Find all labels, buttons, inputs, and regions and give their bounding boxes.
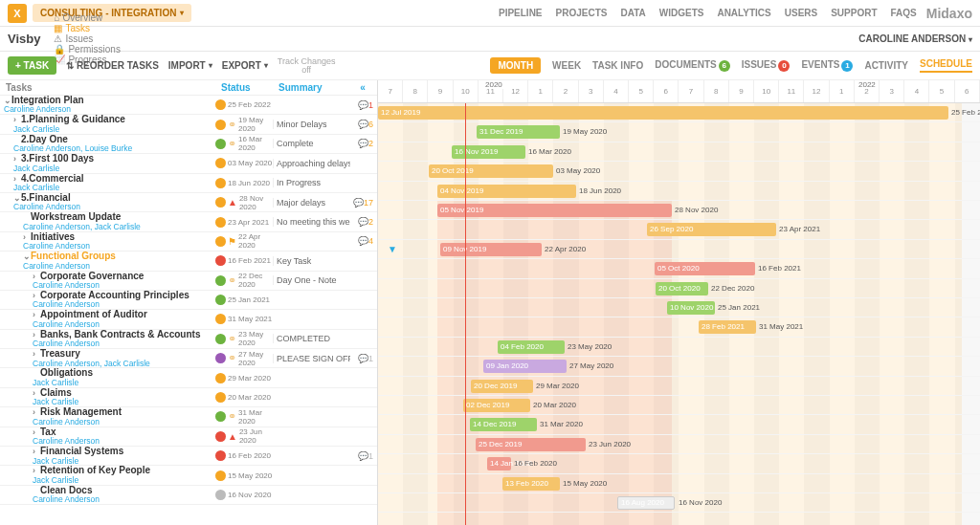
task-row[interactable]: ›1.Planning & GuidanceJack Carlisle⚭19 M… <box>0 115 377 134</box>
task-owner: Caroline Anderson <box>33 418 215 427</box>
gantt-bar[interactable]: 04 Nov 201918 Jun 2020 <box>437 185 576 198</box>
nav-support[interactable]: SUPPORT <box>831 8 877 18</box>
nav-projects[interactable]: PROJECTS <box>556 8 608 18</box>
comment-icon[interactable]: 💬1 <box>358 100 373 110</box>
bar-end-date: 03 May 2020 <box>556 164 600 178</box>
task-row[interactable]: ›4.CommercialJack Carlisle18 Jun 2020In … <box>0 174 377 193</box>
task-row[interactable]: Clean DocsCaroline Anderson16 Nov 2020 <box>0 486 377 505</box>
task-row[interactable]: ›Financial SystemsJack Carlisle16 Feb 20… <box>0 447 377 466</box>
gantt-bar[interactable]: 20 Oct 202022 Dec 2020 <box>656 282 708 295</box>
export-button[interactable]: EXPORT ▾ <box>222 60 268 71</box>
view-month-button[interactable]: MONTH <box>490 57 541 74</box>
comment-icon[interactable]: 💬1 <box>358 354 373 363</box>
column-summary[interactable]: Summary <box>278 82 354 93</box>
comment-icon[interactable]: 💬2 <box>358 217 373 227</box>
task-row[interactable]: ⌄Integration PlanCaroline Anderson25 Feb… <box>0 96 377 115</box>
add-task-button[interactable]: + TASK <box>8 56 56 75</box>
gantt-bar[interactable]: 05 Nov 201928 Nov 2020 <box>437 204 672 217</box>
gantt-bar[interactable]: 28 Feb 202131 May 2021 <box>699 320 756 334</box>
task-row[interactable]: 2.Day OneCaroline Anderson, Louise Burke… <box>0 135 377 154</box>
nav-data[interactable]: DATA <box>620 8 645 18</box>
column-status[interactable]: Status <box>221 82 278 93</box>
gantt-bar[interactable]: 10 Nov 202025 Jan 2021 <box>667 301 715 315</box>
gantt-bar[interactable]: 09 Nov 201922 Apr 2020 <box>440 243 542 256</box>
bar-start-date: 13 Feb 2020 <box>505 477 548 491</box>
task-row[interactable]: ›TaxCaroline Anderson▲23 Jun 2020 <box>0 427 377 447</box>
status-icon <box>215 255 226 266</box>
task-row[interactable]: ›Corporate Accounting PrinciplesCaroline… <box>0 291 377 310</box>
task-row[interactable]: ›TreasuryCaroline Anderson, Jack Carlisl… <box>0 349 377 368</box>
tab-events[interactable]: EVENTS1 <box>801 59 853 72</box>
comment-icon[interactable]: 💬17 <box>353 198 373 208</box>
task-summary: In Progress <box>273 178 350 187</box>
ptab-tasks[interactable]: ▦ Tasks <box>54 23 120 33</box>
gantt-bar[interactable]: 05 Oct 202016 Feb 2021 <box>655 262 755 275</box>
nav-pipeline[interactable]: PIPELINE <box>499 8 543 18</box>
gantt-bar[interactable]: 31 Dec 201919 May 2020 <box>477 125 560 139</box>
ptab-issues[interactable]: ⚠ Issues <box>54 33 120 44</box>
task-row[interactable]: ›Corporate GovernanceCaroline Anderson⚭2… <box>0 272 377 291</box>
task-owner: Caroline Anderson <box>4 105 215 114</box>
tab-activity[interactable]: ACTIVITY <box>864 60 908 71</box>
task-row[interactable]: ObligationsJack Carlisle29 Mar 2020 <box>0 368 377 387</box>
events-badge: 1 <box>841 60 853 72</box>
task-owner: Caroline Anderson <box>33 339 215 348</box>
task-row[interactable]: Workstream UpdateCaroline Anderson, Jack… <box>0 212 377 231</box>
import-button[interactable]: IMPORT ▾ <box>168 60 212 71</box>
gantt-bar[interactable]: 25 Dec 201923 Jun 2020 <box>476 438 586 451</box>
status-icon <box>215 139 226 149</box>
gantt-bar[interactable]: 02 Dec 201920 Mar 2020 <box>463 399 530 412</box>
gantt-row: 09 Jan 202027 May 2020 <box>378 357 980 376</box>
task-summary: No meeting this week - OOO… <box>273 217 350 227</box>
gantt-bar[interactable]: 09 Jan 202027 May 2020 <box>483 360 567 373</box>
track-changes-toggle[interactable]: Track Changesoff <box>278 57 336 75</box>
task-row[interactable]: ›3.First 100 DaysJack Carlisle03 May 202… <box>0 154 377 173</box>
gantt-bar[interactable]: 16 Aug 202016 Nov 2020 <box>617 496 675 510</box>
reorder-tasks-button[interactable]: ⇅ REORDER TASKS <box>66 60 159 71</box>
status-icon <box>215 217 226 228</box>
task-row[interactable]: ›Retention of Key PeopleJack Carlisle15 … <box>0 466 377 485</box>
comment-icon[interactable]: 💬2 <box>358 139 373 148</box>
task-row[interactable]: ⌄5.FinancialCaroline Anderson▲28 Nov 202… <box>0 193 377 212</box>
ptab-overview[interactable]: ⌂ Overview <box>54 12 120 23</box>
task-row[interactable]: ›Appointment of AuditorCaroline Anderson… <box>0 310 377 329</box>
comment-icon[interactable]: 💬4 <box>358 236 373 246</box>
month-col: 7 <box>679 80 703 102</box>
comment-icon[interactable]: 💬6 <box>358 120 373 129</box>
gantt-row: 05 Oct 202016 Feb 2021 <box>378 259 980 278</box>
gantt-bar[interactable]: 04 Feb 202023 May 2020 <box>498 340 565 354</box>
comment-icon[interactable]: 💬1 <box>358 451 373 461</box>
column-tasks[interactable]: Tasks <box>6 82 221 93</box>
collapse-panel-button[interactable]: « <box>354 82 371 93</box>
tab-task-info[interactable]: TASK INFO <box>592 60 643 71</box>
gantt-bar[interactable]: 20 Dec 201929 Mar 2020 <box>471 380 533 393</box>
tab-documents[interactable]: DOCUMENTS6 <box>655 59 729 72</box>
gantt-bar[interactable]: 16 Nov 201916 Mar 2020 <box>452 145 525 159</box>
user-menu[interactable]: CAROLINE ANDERSON ▾ <box>858 33 972 44</box>
nav-users[interactable]: USERS <box>785 8 817 18</box>
gantt-bar[interactable]: 26 Sep 202023 Apr 2021 <box>647 223 776 236</box>
tab-issues[interactable]: ISSUES0 <box>742 59 791 72</box>
task-row[interactable]: ⌄Functional GroupsCaroline Anderson16 Fe… <box>0 252 377 271</box>
app-logo[interactable]: X <box>8 4 27 23</box>
nav-analytics[interactable]: ANALYTICS <box>717 8 770 18</box>
nav-faqs[interactable]: FAQS <box>891 8 917 18</box>
gantt-bar[interactable]: 14 Dec 201931 Mar 2020 <box>470 418 537 431</box>
ptab-permissions[interactable]: 🔒 Permissions <box>54 44 120 55</box>
task-row[interactable]: ›InitiativesCaroline Anderson⚑22 Apr 202… <box>0 232 377 252</box>
task-owner: Jack Carlisle <box>33 379 215 387</box>
task-row[interactable]: ›ClaimsJack Carlisle20 Mar 2020 <box>0 388 377 407</box>
nav-widgets[interactable]: WIDGETS <box>659 8 704 18</box>
warning-icon: ▲ <box>228 431 237 442</box>
tab-schedule[interactable]: SCHEDULE <box>920 58 972 73</box>
task-row[interactable]: ›Banks, Bank Contracts & AccountsCarolin… <box>0 330 377 349</box>
status-icon <box>215 470 226 481</box>
task-row[interactable]: ›Risk ManagementCaroline Anderson⚭31 Mar… <box>0 407 377 427</box>
gantt-bar[interactable]: 20 Oct 201903 May 2020 <box>429 164 553 178</box>
gantt-bar[interactable]: 12 Jul 201925 Feb 2022 <box>378 106 948 120</box>
chevron-down-icon: ▾ <box>969 35 972 44</box>
status-icon <box>215 392 226 403</box>
gantt-bar[interactable]: 14 Jan 202016 Feb 2020 <box>487 457 511 470</box>
gantt-bar[interactable]: 13 Feb 202015 May 2020 <box>502 477 560 491</box>
view-week-button[interactable]: WEEK <box>552 60 581 71</box>
